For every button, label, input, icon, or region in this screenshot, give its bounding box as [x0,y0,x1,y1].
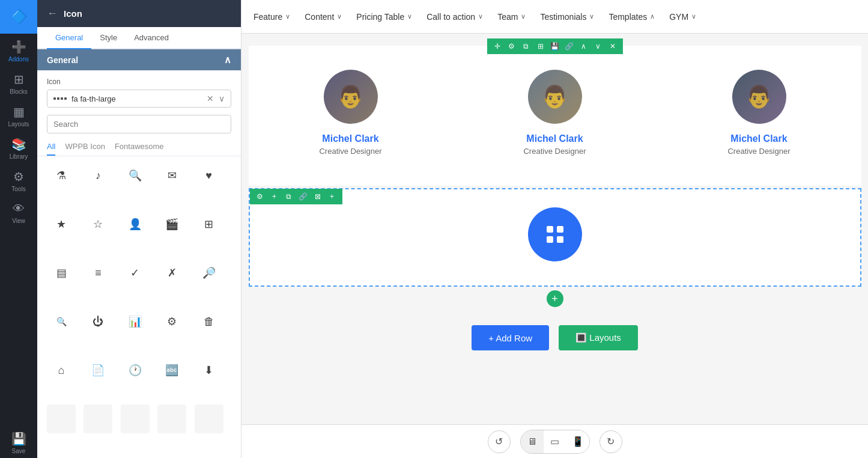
nav-cta[interactable]: Call to action ∨ [426,12,483,22]
icon-list[interactable]: ≡ [83,258,112,287]
page-canvas: 👨 Michel Clark Creative Designer ✛ ⚙ ⧉ ⊞… [241,34,868,424]
sidebar-item-blocks[interactable]: ⊞ Blocks [0,66,37,99]
widget-toolbar-col-btn[interactable]: ⊠ [311,190,324,203]
icon-search-plus[interactable]: 🔎 [195,258,223,287]
toolbar-delete-btn[interactable]: ✕ [606,40,619,53]
icon-clear-button[interactable]: ✕ [207,94,214,103]
widget-toolbar-col-add-btn[interactable]: + [326,190,339,203]
icon-search[interactable]: 🔍 [121,161,150,190]
toolbar-settings-btn[interactable]: ⚙ [505,40,518,53]
icon-expand-button[interactable]: ∨ [219,94,225,103]
icon-star-solid[interactable]: ★ [47,210,76,239]
icon-clock[interactable]: 🕐 [121,356,150,385]
redo-icon: ↻ [607,436,615,447]
toolbar-save-btn[interactable]: 💾 [548,40,562,53]
nav-content-label: Content [305,12,334,22]
nav-pricing[interactable]: Pricing Table ∨ [356,12,412,22]
icon-widget-preview[interactable] [528,207,582,261]
team-role-1: Creative Designer [273,147,429,156]
tab-general[interactable]: General [47,27,91,49]
nav-team[interactable]: Team ∨ [497,12,526,22]
toolbar-up-btn[interactable]: ∧ [577,40,590,53]
tools-icon: ⚙ [13,169,24,184]
toolbar-duplicate-btn[interactable]: ⊞ [534,40,547,53]
icon-file[interactable]: 📄 [83,356,112,385]
nav-gym-chevron: ∨ [691,13,696,20]
add-row-button[interactable]: + Add Row [472,325,549,350]
icon-user[interactable]: 👤 [121,210,150,239]
sidebar-item-layouts[interactable]: ▦ Layouts [0,99,37,131]
undo-icon: ↺ [495,436,503,447]
tab-style[interactable]: Style [91,27,126,49]
desktop-button[interactable]: 🖥 [521,430,544,453]
icon-cog[interactable]: ⚙ [157,307,186,336]
nav-testimonials-chevron: ∨ [589,13,594,20]
widget-toolbar-settings-btn[interactable]: ⚙ [253,190,267,203]
back-button[interactable]: ← [47,7,58,20]
add-section-button[interactable]: + [547,290,563,307]
sidebar-item-addons[interactable]: ➕ Addons [0,34,37,66]
avatar-face-1: 👨 [324,70,378,124]
team-row: 👨 Michel Clark Creative Designer ✛ ⚙ ⧉ ⊞… [249,46,861,186]
icon-star-outline[interactable]: ☆ [83,210,112,239]
icon-trash[interactable]: 🗑 [195,307,223,336]
icon-home[interactable]: ⌂ [47,356,76,385]
nav-testimonials[interactable]: Testimonials ∨ [540,12,594,22]
icon-music[interactable]: ♪ [83,161,112,190]
widget-toolbar-copy-btn[interactable]: ⧉ [282,190,296,203]
main-content: Feature ∨ Content ∨ Pricing Table ∨ Call… [241,0,868,458]
icon-th-small[interactable]: ▤ [47,258,76,287]
icon-select-box[interactable]: fa fa-th-large ✕ ∨ [47,90,231,108]
save-icon: 💾 [11,432,26,446]
icon-envelope[interactable]: ✉ [157,161,186,190]
toolbar-copy-btn[interactable]: ⧉ [520,40,533,53]
tablet-button[interactable]: ▭ [544,430,566,453]
sidebar-item-view-label: View [12,218,25,224]
icon-placeholder-1 [47,405,76,433]
icon-font[interactable]: 🔤 [157,356,186,385]
icon-search-input[interactable] [47,115,231,133]
redo-button[interactable]: ↻ [599,430,622,453]
widget-toolbar-link-btn[interactable]: 🔗 [297,190,310,203]
icon-times[interactable]: ✗ [157,258,186,287]
icon-th[interactable]: ⊞ [195,210,223,239]
icon-download[interactable]: ⬇ [195,356,223,385]
nav-pricing-label: Pricing Table [356,12,404,22]
blocks-icon: ⊞ [14,72,24,87]
section-chevron-icon[interactable]: ∧ [224,54,231,66]
tab-advanced[interactable]: Advanced [126,27,177,49]
sidebar: 🔷 ➕ Addons ⊞ Blocks ▦ Layouts 📚 Library … [0,0,37,458]
icon-selected-value: fa fa-th-large [71,94,207,103]
sidebar-item-save[interactable]: 💾 Save [0,426,37,458]
layouts-button[interactable]: 🔳 Layouts [559,325,638,350]
nav-gym[interactable]: GYM ∨ [669,12,696,22]
icon-bar-chart[interactable]: 📊 [121,307,150,336]
sidebar-item-library[interactable]: 📚 Library [0,131,37,163]
icon-search-minus[interactable]: 🔍 [47,307,76,336]
nav-pricing-chevron: ∨ [407,13,412,20]
icon-type-all[interactable]: All [47,142,55,156]
undo-button[interactable]: ↺ [488,430,511,453]
sidebar-item-tools[interactable]: ⚙ Tools [0,163,37,196]
icon-check[interactable]: ✓ [121,258,150,287]
toolbar-move-btn[interactable]: ✛ [491,40,504,53]
icon-widget-row: ⚙ + ⧉ 🔗 ⊠ + [249,188,861,287]
mobile-button[interactable]: 📱 [566,430,589,453]
nav-content[interactable]: Content ∨ [305,12,342,22]
icon-type-fontawesome[interactable]: Fontawesome [115,142,164,156]
icon-power[interactable]: ⏻ [83,307,112,336]
icon-type-wppb[interactable]: WPPB Icon [65,142,105,156]
nav-feature[interactable]: Feature ∨ [253,12,290,22]
section-divider: + [249,287,861,311]
sidebar-item-layouts-label: Layouts [8,121,29,127]
widget-toolbar-add-btn[interactable]: + [268,190,281,203]
icon-filter[interactable]: ⚗ [47,161,76,190]
nav-content-chevron: ∨ [337,13,342,20]
nav-templates[interactable]: Templates ∧ [609,12,655,22]
sidebar-item-view[interactable]: 👁 View [0,196,37,228]
icon-film[interactable]: 🎬 [157,210,186,239]
toolbar-link-btn[interactable]: 🔗 [563,40,576,53]
nav-templates-label: Templates [609,12,647,22]
toolbar-down-btn[interactable]: ∨ [592,40,605,53]
icon-heart[interactable]: ♥ [195,161,223,190]
